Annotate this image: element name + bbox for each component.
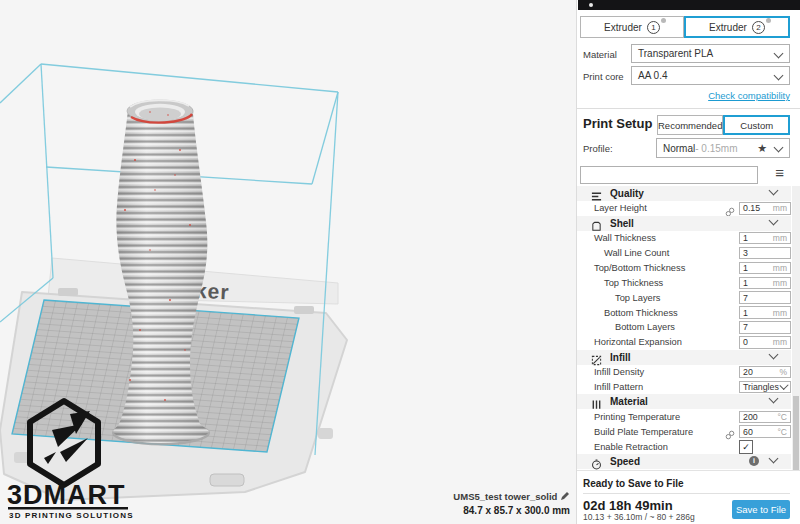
quality-icon <box>591 188 602 199</box>
setting-label: Wall Thickness <box>594 233 656 243</box>
setting-label: Enable Retraction <box>594 442 668 452</box>
value-input[interactable]: 0.15mm <box>739 202 791 215</box>
setting-row-horizontal-expansion[interactable]: Horizontal Expansion0mm <box>577 335 791 350</box>
section-header-quality[interactable]: Quality <box>577 186 791 201</box>
value-input[interactable]: 7 <box>739 321 791 334</box>
top-toolbar <box>578 0 800 10</box>
setting-label: Wall Line Count <box>604 248 669 258</box>
info-icon[interactable]: i <box>749 456 759 466</box>
status-text: Ready to Save to File <box>583 478 684 489</box>
save-to-file-button[interactable]: Save to File <box>732 500 790 519</box>
model-name: UMS5_test tower_solid <box>453 491 557 502</box>
print-time: 02d 18h 49min <box>583 498 673 513</box>
section-header-shell[interactable]: Shell <box>577 216 791 231</box>
tab-extruder-2[interactable]: Extruder 2 <box>684 16 790 38</box>
section-header-infill[interactable]: Infill <box>577 350 791 365</box>
setting-row-infill-density[interactable]: Infill Density20% <box>577 365 791 380</box>
viewport-canvas[interactable]: aker <box>0 0 576 524</box>
mode-recommended[interactable]: Recommended <box>657 115 723 135</box>
panel-footer: Ready to Save to File 02d 18h 49min 10.1… <box>577 470 800 524</box>
scrollbar[interactable] <box>792 186 800 470</box>
infill-icon <box>591 352 602 363</box>
checkbox[interactable]: ✓ <box>739 440 753 454</box>
chevron-down-icon <box>769 394 779 404</box>
value-input[interactable]: 1mm <box>739 277 791 290</box>
material-label: Material <box>583 49 617 60</box>
setting-row-enable-retraction[interactable]: Enable Retraction✓ <box>577 439 791 454</box>
section-header-material[interactable]: Material <box>577 394 791 409</box>
value-input[interactable]: 3 <box>739 247 791 260</box>
print-core-dropdown[interactable]: AA 0.4 <box>631 66 790 85</box>
mode-custom[interactable]: Custom <box>723 115 790 135</box>
viewport-3d[interactable]: aker <box>0 0 576 524</box>
tab-extruder-1[interactable]: Extruder 1 <box>580 16 684 38</box>
cura-window: aker <box>0 0 800 524</box>
material-usage: 10.13 + 36.10m / ~ 80 + 286g <box>583 512 695 522</box>
setting-row-bottom-thickness[interactable]: Bottom Thickness1mm <box>577 305 791 320</box>
value-input[interactable]: 7 <box>739 291 791 304</box>
search-wrap <box>580 164 758 182</box>
profile-dropdown[interactable]: Normal - 0.15mm ★ <box>656 138 790 158</box>
toolbar-icon <box>589 3 593 7</box>
material-row: Material Transparent PLA <box>583 44 790 63</box>
value-input[interactable]: 60°C <box>739 425 791 438</box>
material-color-dot <box>661 18 666 23</box>
print-core-row: Print core AA 0.4 <box>583 66 790 85</box>
value-input[interactable]: 1mm <box>739 232 791 245</box>
scrollbar-thumb[interactable] <box>793 396 799 470</box>
value-input[interactable]: 20% <box>739 366 791 379</box>
setting-label: Infill Pattern <box>594 382 643 392</box>
setting-row-top-bottom-thickness[interactable]: Top/Bottom Thickness1mm <box>577 260 791 275</box>
speed-icon <box>591 456 602 467</box>
chevron-down-icon <box>774 71 784 81</box>
settings-menu-icon[interactable]: ≡ <box>775 164 784 182</box>
value-input[interactable]: 1mm <box>739 262 791 275</box>
plate-clip <box>58 288 78 296</box>
section-label: Quality <box>610 188 644 199</box>
value-dropdown[interactable]: Triangles <box>739 381 791 394</box>
setting-row-build-plate-temperature[interactable]: Build Plate Temperature60°C <box>577 424 791 439</box>
plate-handle <box>210 474 244 486</box>
setting-label: Top Layers <box>615 293 660 303</box>
model-dimensions: 84.7 x 85.7 x 300.0 mm <box>0 505 570 517</box>
chevron-down-icon <box>779 381 788 390</box>
setting-row-infill-pattern[interactable]: Infill PatternTriangles <box>577 380 791 395</box>
chevron-down-icon <box>769 186 779 195</box>
chevron-down-icon <box>769 215 779 225</box>
setting-row-bottom-layers[interactable]: Bottom Layers7 <box>577 320 791 335</box>
chevron-down-icon <box>769 454 779 464</box>
divider <box>577 108 800 109</box>
value-input[interactable]: 200°C <box>739 411 791 424</box>
setting-row-printing-temperature[interactable]: Printing Temperature200°C <box>577 409 791 424</box>
chevron-down-icon <box>774 143 784 153</box>
setting-label: Bottom Layers <box>615 322 675 332</box>
profile-row: Profile: Normal - 0.15mm ★ <box>583 138 790 158</box>
material-dropdown[interactable]: Transparent PLA <box>631 44 790 63</box>
setting-label: Top Thickness <box>604 278 663 288</box>
plate-clip <box>318 428 333 439</box>
extruder-2-number: 2 <box>752 21 765 34</box>
section-label: Infill <box>610 352 631 363</box>
section-label: Material <box>610 396 648 407</box>
print-core-label: Print core <box>583 71 624 82</box>
setting-label: Horizontal Expansion <box>594 337 682 347</box>
extruder-tabs: Extruder 1 Extruder 2 <box>580 16 790 38</box>
settings-list: QualityLayer Height0.15mmShellWall Thick… <box>577 186 791 470</box>
setting-row-wall-line-count[interactable]: Wall Line Count3 <box>577 246 791 261</box>
favorite-star-icon[interactable]: ★ <box>757 142 767 155</box>
value-input[interactable]: 1mm <box>739 306 791 319</box>
search-settings-input[interactable] <box>580 166 758 184</box>
print-setup-title: Print Setup <box>583 116 652 131</box>
edit-name-icon[interactable] <box>560 491 570 504</box>
setting-row-layer-height[interactable]: Layer Height0.15mm <box>577 201 791 216</box>
setting-row-top-thickness[interactable]: Top Thickness1mm <box>577 275 791 290</box>
settings-panel: Extruder 1 Extruder 2 Material Transpare… <box>576 0 800 524</box>
setting-label: Bottom Thickness <box>604 308 678 318</box>
setting-row-top-layers[interactable]: Top Layers7 <box>577 290 791 305</box>
profile-label: Profile: <box>583 143 613 154</box>
setting-row-wall-thickness[interactable]: Wall Thickness1mm <box>577 231 791 246</box>
check-compatibility-link[interactable]: Check compatibility <box>708 90 790 101</box>
section-header-speed[interactable]: Speedi <box>577 454 791 469</box>
value-input[interactable]: 0mm <box>739 336 791 349</box>
model-meta: UMS5_test tower_solid 84.7 x 85.7 x 300.… <box>0 491 570 517</box>
